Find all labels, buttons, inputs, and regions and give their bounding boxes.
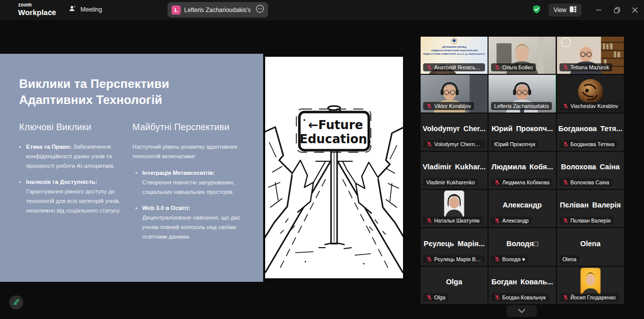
maximize-button[interactable] (608, 0, 626, 20)
mic-muted-icon (562, 103, 569, 109)
participant-tile[interactable]: ДЕРЖАВНИЙ ЗАКЛАД«ПІВДЕННОУКРАЇНСЬКИЙ НАЦ… (421, 37, 488, 74)
bullet-lead: Інтеграція Метавсесвітів: (142, 170, 215, 176)
participant-big-name: Александр (489, 201, 555, 209)
gallery-view-icon (570, 6, 577, 14)
participant-tile[interactable]: Lefteris Zacharioudakis (489, 75, 555, 112)
mic-muted-icon (426, 256, 432, 262)
participant-big-name: Людмила Кобя... (489, 163, 555, 171)
participant-name-badge: Viktor Korabljov (423, 102, 474, 110)
participant-name: Людмила Кобякова (502, 179, 549, 185)
participant-tile[interactable]: Волохова СаінаВолохова Саіна (557, 152, 624, 189)
bullet-lead: Web 3.0 в Освіті: (142, 205, 190, 211)
mic-muted-icon (494, 179, 500, 185)
share-badge: L (172, 6, 181, 15)
list-item: Інклюзія та Доступність: Гарантування рі… (19, 177, 122, 216)
slide-text-panel: Виклики та Перспективи Адаптивних Технол… (0, 54, 263, 282)
participant-name: Volodymyr Chernykh (434, 141, 482, 147)
participant-tile[interactable]: Йосип Глодаренко (557, 267, 624, 304)
participant-tile[interactable]: Ольга Бойко (489, 37, 555, 74)
participant-name: Богдан Ковальчук (502, 294, 545, 300)
participant-big-name: Olena (557, 240, 624, 248)
participant-tile[interactable]: OlenaOlena (557, 228, 624, 265)
chevron-down-icon[interactable] (49, 7, 55, 16)
tab-meeting[interactable]: Meeting (68, 5, 102, 14)
annotate-button[interactable] (9, 295, 23, 309)
participant-name-badge: Юрий Прокопчук (491, 140, 538, 148)
bullet-lead: Етика та Право: (26, 144, 71, 150)
participant-tile[interactable]: Богданова Тетя...Богданова Тетяна (557, 114, 624, 151)
participant-name: Ольга Бойко (502, 64, 533, 70)
participant-name: Богданова Тетяна (571, 141, 614, 147)
participant-name-badge: Пєліван Валерія (559, 217, 614, 225)
participant-name: Йосип Глодаренко (571, 294, 616, 300)
title-bar: zoom Workplace Meeting L Lefteris Zachar… (0, 0, 644, 20)
participant-name-badge: Богданова Тетяна (559, 140, 617, 148)
svg-text:«ПІВДЕННОУКРАЇНСЬКИЙ НАЦІОНАЛЬ: «ПІВДЕННОУКРАЇНСЬКИЙ НАЦІОНАЛЬНИЙ (431, 49, 477, 52)
mic-muted-icon (494, 294, 500, 300)
key-challenges-heading: Ключові Виклики (19, 122, 92, 133)
security-shield-icon[interactable] (532, 5, 541, 16)
participant-name: Рєулець Марія Волод... (434, 256, 482, 262)
key-challenges-list: Етика та Право: Забезпечення конфіденцій… (19, 142, 122, 222)
list-item: Web 3.0 в Освіті: Децентралізоване навча… (132, 203, 240, 242)
participant-tile[interactable]: Viktor Korabljov (421, 75, 488, 112)
participant-name: Пєліван Валерія (571, 218, 611, 224)
participant-gallery: ДЕРЖАВНИЙ ЗАКЛАД«ПІВДЕННОУКРАЇНСЬКИЙ НАЦ… (421, 37, 624, 304)
bullet-lead: Інклюзія та Доступність: (26, 179, 97, 185)
participant-tile[interactable]: АлександрАлександр (489, 190, 555, 227)
share-tab-label: Lefteris Zacharioudakis's screen (184, 7, 252, 14)
participant-big-name: Богдан Коваль... (489, 278, 555, 286)
mic-muted-icon (562, 294, 569, 300)
sign-text-line2: Education. (299, 132, 371, 146)
mic-muted-icon (494, 218, 500, 224)
close-button[interactable] (626, 0, 644, 20)
participant-tile[interactable]: Рєулець Марія...Рєулець Марія Волод... (421, 228, 488, 265)
participant-tile[interactable]: Юрий Прокопч...Юрий Прокопчук (489, 114, 555, 151)
participant-tile[interactable]: Володя□Володя ♥ (489, 228, 555, 265)
more-options-icon[interactable] (256, 5, 264, 15)
participant-tile[interactable]: Наталья Шкатуляк (421, 190, 488, 227)
participant-name-badge: Olga (423, 293, 448, 301)
participant-name-badge: Йосип Глодаренко (559, 293, 619, 301)
future-perspectives-list: Наступний рівень розвитку адаптивних тех… (132, 142, 240, 248)
sign-text-line1: ←Future (308, 118, 363, 132)
bullet-text: Децентралізоване навчання, що дає учням … (142, 215, 240, 240)
participant-name: Волохова Саіна (571, 179, 609, 185)
participant-tile[interactable]: Tetiana Mazurok (557, 37, 624, 74)
tab-shared-screen[interactable]: L Lefteris Zacharioudakis's screen (168, 2, 268, 18)
participant-tile[interactable]: Volodymyr Cher...Volodymyr Chernykh (421, 114, 488, 151)
minimize-button[interactable] (590, 0, 608, 20)
participant-name-badge: Volodymyr Chernykh (423, 140, 485, 148)
participant-name: Viacheslav Korablov (571, 103, 618, 109)
mic-muted-icon (494, 64, 500, 70)
mic-muted-icon (426, 64, 432, 70)
participant-big-name: Юрий Прокопч... (489, 125, 555, 133)
participant-big-name: Богданова Тетя... (557, 125, 624, 133)
mic-muted-icon (494, 256, 500, 262)
participant-name: Vladimir Kukharenko (426, 179, 475, 185)
participant-tile[interactable]: Пєліван ВалеріяПєліван Валерія (557, 190, 624, 227)
participant-name-badge: Наталья Шкатуляк (423, 217, 482, 225)
participant-tile[interactable]: Vladimir Kukhar...Vladimir Kukharenko (421, 152, 488, 189)
view-button[interactable]: View (548, 4, 582, 17)
chevron-down-icon (518, 306, 526, 315)
participant-tile[interactable]: Людмила Кобя...Людмила Кобякова (489, 152, 555, 189)
mic-muted-icon (562, 64, 569, 70)
meeting-tab-label: Meeting (80, 6, 102, 13)
shared-screen: Виклики та Перспективи Адаптивних Технол… (0, 54, 405, 282)
participant-name: Olga (434, 294, 445, 300)
participant-big-name: Vladimir Kukhar... (421, 163, 488, 171)
svg-text:ПЕДАГОГІЧНИЙ УНІВЕРСИТЕТ імені: ПЕДАГОГІЧНИЙ УНІВЕРСИТЕТ імені К. Д. УШИ… (423, 53, 486, 55)
mic-muted-icon (562, 141, 569, 147)
list-item: Етика та Право: Забезпечення конфіденцій… (19, 142, 122, 171)
mic-muted-icon (426, 103, 432, 109)
participant-name: Olena (562, 256, 577, 262)
participant-name: Анатолій Яновський, ... (434, 64, 482, 70)
participant-tile[interactable]: Богдан Коваль...Богдан Ковальчук (489, 267, 555, 304)
bullet-text: Створення повністю занурюваних, соціальн… (142, 179, 235, 195)
participant-tile[interactable]: OlgaOlga (421, 267, 488, 304)
collapse-gallery-button[interactable] (507, 305, 537, 317)
mic-muted-icon (562, 218, 569, 224)
participant-name-badge: Vladimir Kukharenko (423, 178, 478, 186)
participant-tile[interactable]: Viacheslav Korablov (557, 75, 624, 112)
